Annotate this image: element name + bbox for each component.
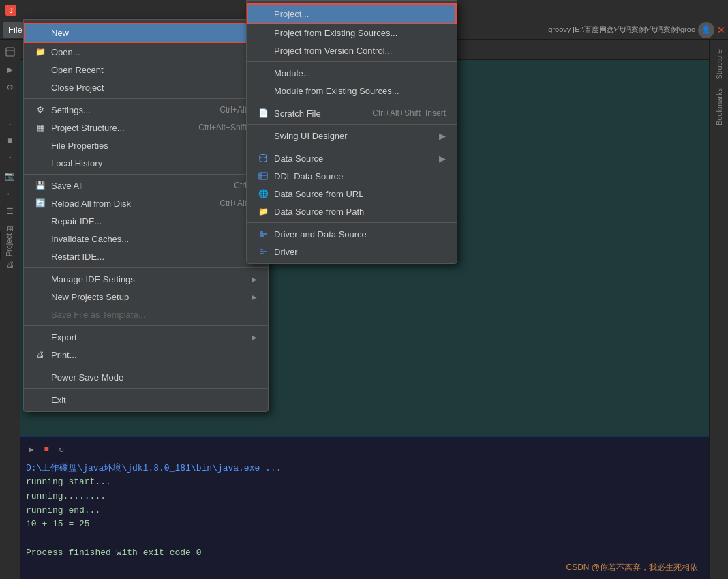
submenu-item-module[interactable]: Module... <box>247 64 457 82</box>
export-label: Export <box>51 332 77 342</box>
new-icon <box>35 27 46 38</box>
sidebar-project-icon[interactable] <box>3 45 17 59</box>
sidebar-camera-icon[interactable]: 📷 <box>3 169 17 183</box>
submenu-item-data-source-path[interactable]: 📁 Data Source from Path <box>247 203 457 220</box>
submenu-item-project-existing[interactable]: Project from Existing Sources... <box>247 24 457 42</box>
sidebar-stop-icon[interactable]: ■ <box>3 134 17 147</box>
svg-point-2 <box>260 155 267 158</box>
menu-item-file-properties[interactable]: File Properties ▶ <box>24 136 268 154</box>
new-projects-setup-label: New Projects Setup <box>51 292 129 302</box>
ddl-data-source-label: DDL Data Source <box>274 171 343 181</box>
scratch-file-shortcut: Ctrl+Alt+Shift+Insert <box>372 108 446 118</box>
project-icon <box>258 8 269 19</box>
separator-6 <box>24 388 268 389</box>
project-panel-label[interactable]: Project <box>0 231 17 259</box>
menu-item-repair-ide[interactable]: Repair IDE... <box>24 212 268 230</box>
repair-ide-icon <box>35 216 46 226</box>
menu-item-restart-ide[interactable]: Restart IDE... <box>24 248 268 265</box>
sidebar-gear-icon[interactable]: ⚙ <box>3 80 17 94</box>
sidebar-structure-label[interactable]: Structure <box>714 45 725 84</box>
swing-ui-arrow: ▶ <box>439 131 446 141</box>
submenu-item-swing-ui[interactable]: Swing UI Designer ▶ <box>247 127 457 145</box>
watermark: CSDN @你若不离弃，我必生死相依 <box>566 562 698 574</box>
menu-item-exit[interactable]: Exit <box>24 391 268 409</box>
power-save-icon <box>35 372 46 383</box>
driver-and-data-source-label: Driver and Data Source <box>274 229 367 239</box>
sidebar-up2-icon[interactable]: ↑ <box>3 151 17 165</box>
data-source-path-icon: 📁 <box>258 206 269 217</box>
right-sidebar: Structure Bookmarks <box>709 40 728 579</box>
open-label: Open... <box>51 47 80 57</box>
menu-item-open-recent[interactable]: Open Recent ▶ <box>24 61 268 78</box>
manage-ide-settings-arrow: ▶ <box>252 276 257 283</box>
menu-item-reload-disk[interactable]: 🔄 Reload All from Disk Ctrl+Alt+Y <box>24 194 268 212</box>
terminal-rerun-btn[interactable]: ↻ <box>56 444 67 455</box>
terminal-area: ▶ ■ ↻ D:\工作磁盘\java环境\jdk1.8.0_181\bin\ja… <box>20 436 709 579</box>
project-path-text: groovy [E:\百度网盘\代码案例\代码案例\groo <box>548 25 695 35</box>
menu-bar-right: groovy [E:\百度网盘\代码案例\代码案例\groo 👤 ✕ <box>548 22 725 38</box>
terminal-stop-btn[interactable]: ■ <box>41 444 52 455</box>
submenu-item-ddl-data-source[interactable]: DDL Data Source <box>247 167 457 185</box>
open-recent-label: Open Recent <box>51 65 104 75</box>
terminal-toolbar: ▶ ■ ↻ <box>26 440 703 459</box>
close-button[interactable]: ✕ <box>717 25 725 35</box>
project-vcs-icon <box>258 45 269 56</box>
menu-item-project-structure[interactable]: ▦ Project Structure... Ctrl+Alt+Shift+S <box>24 119 268 136</box>
menu-item-invalidate-caches[interactable]: Invalidate Caches... <box>24 230 268 248</box>
separator-4 <box>24 325 268 326</box>
save-all-icon: 💾 <box>35 180 46 191</box>
menu-item-local-history[interactable]: Local History ▶ <box>24 154 268 172</box>
manage-ide-settings-label: Manage IDE Settings <box>51 274 135 284</box>
module-existing-label: Module from Existing Sources... <box>274 86 399 96</box>
reload-disk-label: Reload All from Disk <box>51 198 131 209</box>
print-icon: 🖨 <box>35 349 46 360</box>
new-projects-setup-icon <box>35 291 46 302</box>
menu-item-new[interactable]: New ▶ <box>24 23 268 43</box>
terminal-line-2: running........ <box>26 490 703 504</box>
user-avatar-button[interactable]: 👤 <box>698 22 714 38</box>
menu-item-save-all[interactable]: 💾 Save All Ctrl+S <box>24 177 268 194</box>
sidebar-arrow-icon[interactable]: ← <box>3 187 17 201</box>
exit-label: Exit <box>51 395 66 405</box>
submenu-item-data-source-url[interactable]: 🌐 Data Source from URL <box>247 185 457 203</box>
repair-ide-label: Repair IDE... <box>51 216 102 226</box>
save-template-icon <box>35 309 46 320</box>
terminal-line-3: running end... <box>26 504 703 518</box>
menu-item-close-project[interactable]: Close Project <box>24 78 268 96</box>
menu-item-new-projects-setup[interactable]: New Projects Setup ▶ <box>24 288 268 306</box>
sidebar-down-icon[interactable]: ↓ <box>3 116 17 130</box>
left-sidebar: ▶ ⚙ ↑ ↓ ■ ↑ 📷 ← ☰ ⊞ ↕ 🖨 <box>0 40 20 579</box>
module-label: Module... <box>274 68 310 78</box>
project-structure-icon: ▦ <box>35 122 46 133</box>
submenu-sep-3 <box>247 124 457 125</box>
terminal-line-1: running start... <box>26 475 703 490</box>
menu-item-print[interactable]: 🖨 Print... <box>24 346 268 363</box>
terminal-run-btn[interactable]: ▶ <box>26 444 37 455</box>
close-project-icon <box>35 82 46 93</box>
sidebar-print-icon[interactable]: 🖨 <box>3 258 17 271</box>
submenu-item-project-vcs[interactable]: Project from Version Control... <box>247 42 457 59</box>
menu-item-export[interactable]: Export ▶ <box>24 328 268 346</box>
local-history-label: Local History <box>51 158 102 168</box>
swing-ui-label: Swing UI Designer <box>274 131 348 141</box>
submenu-item-scratch-file[interactable]: 📄 Scratch File Ctrl+Alt+Shift+Insert <box>247 104 457 122</box>
open-icon: 📁 <box>35 46 46 57</box>
swing-ui-icon <box>258 130 269 141</box>
sidebar-bookmarks-label[interactable]: Bookmarks <box>714 84 725 130</box>
new-submenu: Project... Project from Existing Sources… <box>246 0 457 264</box>
submenu-item-driver-and-data-source[interactable]: Driver and Data Source <box>247 225 457 243</box>
submenu-item-data-source[interactable]: Data Source ▶ <box>247 149 457 167</box>
sidebar-run-icon[interactable]: ▶ <box>3 63 17 76</box>
sidebar-list-icon[interactable]: ☰ <box>3 205 17 218</box>
submenu-item-driver[interactable]: Driver <box>247 243 457 261</box>
manage-ide-settings-icon <box>35 273 46 284</box>
terminal-path: D:\工作磁盘\java环境\jdk1.8.0_181\bin\java.exe… <box>26 462 703 474</box>
scratch-file-icon: 📄 <box>258 108 269 119</box>
submenu-item-project-wrapper[interactable]: Project... <box>247 3 457 24</box>
menu-item-settings[interactable]: ⚙ Settings... Ctrl+Alt+S <box>24 101 268 119</box>
menu-item-open[interactable]: 📁 Open... <box>24 43 268 61</box>
sidebar-up-icon[interactable]: ↑ <box>3 98 17 112</box>
menu-item-manage-ide-settings[interactable]: Manage IDE Settings ▶ <box>24 270 268 288</box>
submenu-item-module-existing[interactable]: Module from Existing Sources... <box>247 82 457 100</box>
menu-item-power-save[interactable]: Power Save Mode <box>24 368 268 386</box>
